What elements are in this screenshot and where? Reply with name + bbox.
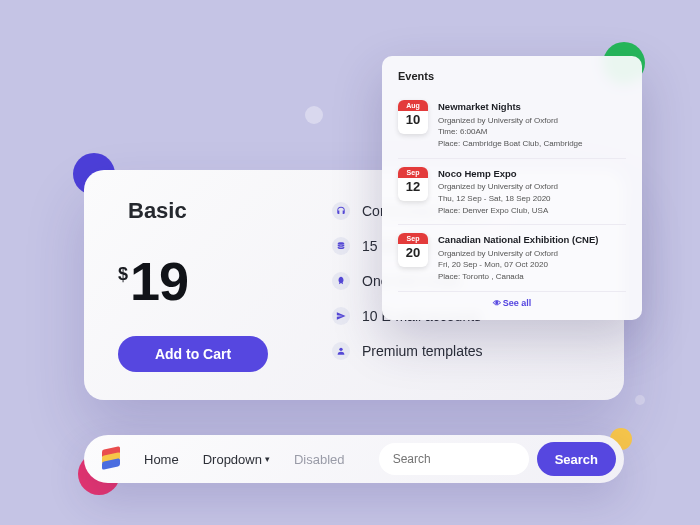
- event-name: Canadian National Exhibition (CNE): [438, 233, 598, 247]
- price-value: 19: [130, 254, 188, 308]
- plan-name: Basic: [128, 198, 298, 224]
- svg-point-0: [339, 348, 342, 351]
- event-item[interactable]: Aug10 Newmarket NightsOrganized by Unive…: [398, 92, 626, 159]
- headset-icon: [332, 202, 350, 220]
- chevron-down-icon: ▾: [265, 454, 270, 464]
- search-input[interactable]: [379, 443, 529, 475]
- decoration-circle: [635, 395, 645, 405]
- template-icon: [332, 342, 350, 360]
- calendar-icon: Sep12: [398, 167, 428, 201]
- decoration-circle: [305, 106, 323, 124]
- event-name: Newmarket Nights: [438, 100, 583, 114]
- price: $ 19: [118, 254, 298, 308]
- storage-icon: [332, 237, 350, 255]
- events-panel: Events Aug10 Newmarket NightsOrganized b…: [382, 56, 642, 320]
- calendar-icon: Sep20: [398, 233, 428, 267]
- event-name: Noco Hemp Expo: [438, 167, 558, 181]
- nav-disabled: Disabled: [286, 448, 353, 471]
- calendar-icon: Aug10: [398, 100, 428, 134]
- event-item[interactable]: Sep20 Canadian National Exhibition (CNE)…: [398, 225, 626, 292]
- see-all-link[interactable]: See all: [398, 292, 626, 308]
- feature-label: Premium templates: [362, 343, 483, 359]
- logo-icon[interactable]: [100, 448, 122, 470]
- send-icon: [332, 307, 350, 325]
- events-title: Events: [398, 70, 626, 82]
- nav-home[interactable]: Home: [136, 448, 187, 471]
- nav-dropdown[interactable]: Dropdown▾: [195, 448, 278, 471]
- feature-item: Premium templates: [332, 342, 590, 360]
- search-button[interactable]: Search: [537, 442, 616, 476]
- currency-symbol: $: [118, 264, 128, 285]
- event-item[interactable]: Sep12 Noco Hemp ExpoOrganized by Univers…: [398, 159, 626, 226]
- add-to-cart-button[interactable]: Add to Cart: [118, 336, 268, 372]
- navbar: Home Dropdown▾ Disabled Search: [84, 435, 624, 483]
- rocket-icon: [332, 272, 350, 290]
